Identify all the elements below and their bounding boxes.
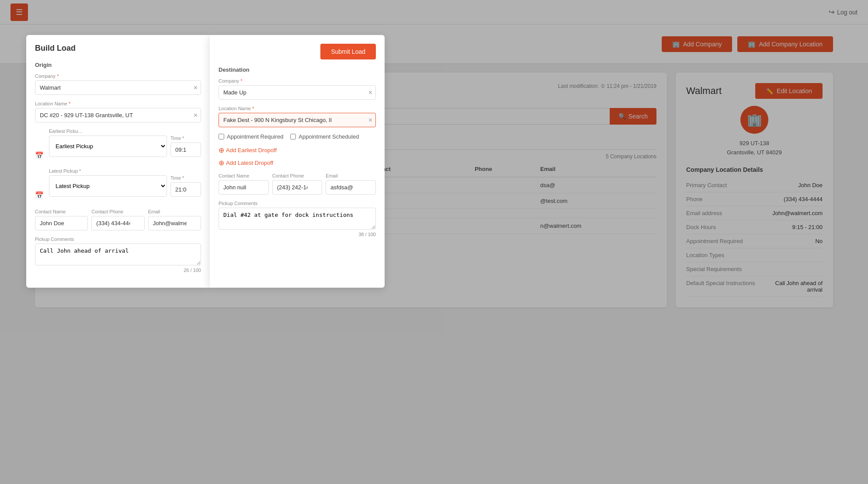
add-earliest-dropoff[interactable]: ⊕ Add Earliest Dropoff	[219, 146, 376, 154]
destination-section-title: Destination	[219, 66, 376, 73]
origin-company-clear[interactable]: ×	[194, 84, 198, 92]
origin-earliest-row: 📅 Earliest Picku... Earliest Pickup Time…	[35, 129, 201, 163]
calendar-icon-earliest: 📅	[35, 151, 44, 163]
origin-company-input[interactable]	[35, 80, 201, 95]
appointment-required-label[interactable]: Appointment Required	[219, 133, 283, 140]
add-latest-dropoff[interactable]: ⊕ Add Latest Dropoff	[219, 159, 376, 167]
origin-location-input[interactable]	[35, 108, 201, 122]
origin-latest-time[interactable]	[170, 182, 201, 197]
dest-comments-input[interactable]: Dial #42 at gate for dock instructions	[219, 208, 376, 230]
origin-comments-label: Pickup Comments	[35, 237, 201, 242]
origin-latest-label: Latest Pickup *	[49, 168, 201, 174]
time-label-latest: Time *	[170, 175, 201, 181]
modal-right: Submit Load Destination Company * × Loca…	[210, 35, 385, 288]
appointment-required-checkbox[interactable]	[219, 134, 224, 139]
origin-section-title: Origin	[35, 62, 201, 68]
origin-company-group: Company * ×	[35, 73, 201, 95]
add-earliest-icon: ⊕	[219, 146, 224, 154]
dest-contact-name-label: Contact Name	[219, 173, 269, 178]
calendar-icon-latest: 📅	[35, 191, 44, 203]
origin-comments-group: Pickup Comments Call John ahead of arriv…	[35, 237, 201, 273]
origin-earliest-label: Earliest Picku...	[49, 129, 201, 134]
origin-latest-pickup-group: Latest Pickup * Latest Pickup Time *	[49, 168, 201, 197]
modal-overlay: Build Load Origin Company * × Location N…	[0, 0, 868, 316]
origin-contact-phone-label: Contact Phone	[91, 209, 144, 214]
origin-location-group: Location Name * ×	[35, 101, 201, 122]
dest-contact-phone-label: Contact Phone	[272, 173, 323, 178]
origin-latest-row: 📅 Latest Pickup * Latest Pickup Time *	[35, 168, 201, 203]
modal-container: Build Load Origin Company * × Location N…	[26, 35, 385, 288]
origin-company-label: Company *	[35, 73, 201, 79]
dest-location-group: Location Name * ×	[219, 106, 376, 127]
dest-location-clear[interactable]: ×	[368, 116, 372, 124]
dest-contact-phone[interactable]	[272, 180, 323, 195]
origin-location-label: Location Name *	[35, 101, 201, 106]
dest-email[interactable]	[326, 180, 376, 195]
origin-contact-row: Contact Name Contact Phone Email	[35, 209, 201, 230]
appointment-scheduled-label[interactable]: Appointment Scheduled	[290, 133, 359, 140]
build-load-title: Build Load	[35, 44, 201, 53]
submit-wrap: Submit Load	[219, 44, 376, 59]
origin-contact-name[interactable]	[35, 216, 88, 230]
origin-earliest-pickup-group: Earliest Picku... Earliest Pickup Time *	[49, 129, 201, 157]
appointment-row: Appointment Required Appointment Schedul…	[219, 133, 376, 140]
dest-comments-group: Pickup Comments Dial #42 at gate for doc…	[219, 201, 376, 237]
time-label-earliest: Time *	[170, 136, 201, 141]
submit-load-button[interactable]: Submit Load	[320, 44, 376, 59]
dest-contact-name[interactable]	[219, 180, 269, 195]
origin-char-count: 26 / 100	[35, 268, 201, 273]
dest-comments-label: Pickup Comments	[219, 201, 376, 206]
origin-earliest-pickup-select[interactable]: Earliest Pickup	[49, 136, 167, 157]
modal-left: Build Load Origin Company * × Location N…	[26, 35, 210, 288]
dest-char-count: 38 / 100	[219, 232, 376, 237]
origin-location-clear[interactable]: ×	[194, 111, 198, 119]
dest-company-clear[interactable]: ×	[368, 89, 372, 97]
add-latest-icon: ⊕	[219, 159, 224, 167]
dest-location-input[interactable]	[219, 113, 376, 127]
origin-earliest-time[interactable]	[170, 143, 201, 157]
dest-company-label: Company *	[219, 78, 376, 84]
appointment-scheduled-checkbox[interactable]	[290, 134, 296, 139]
origin-contact-name-label: Contact Name	[35, 209, 88, 214]
dest-email-label: Email	[326, 173, 376, 178]
origin-contact-phone[interactable]	[91, 216, 144, 230]
origin-latest-pickup-select[interactable]: Latest Pickup	[49, 175, 167, 197]
origin-comments-input[interactable]: Call John ahead of arrival	[35, 244, 201, 265]
dest-contact-row: Contact Name Contact Phone Email	[219, 173, 376, 195]
origin-email-label: Email	[148, 209, 201, 214]
dest-location-label: Location Name *	[219, 106, 376, 111]
origin-email[interactable]	[148, 216, 201, 230]
dest-company-group: Company * ×	[219, 78, 376, 100]
dest-company-input[interactable]	[219, 85, 376, 100]
